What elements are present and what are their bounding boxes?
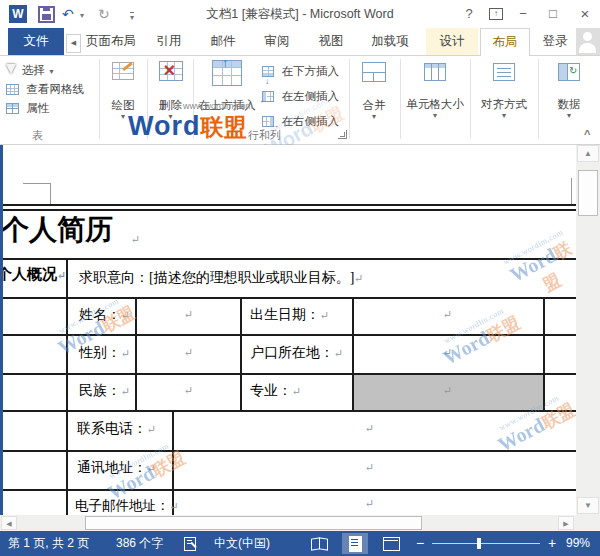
cell-size-icon bbox=[424, 63, 446, 81]
select-button[interactable]: 选择 ▾ bbox=[6, 60, 53, 78]
zoom-out-button[interactable]: − bbox=[416, 531, 424, 556]
word-logo-icon[interactable]: W bbox=[9, 5, 27, 23]
insert-below-icon: ↓ bbox=[262, 66, 274, 77]
merge-button[interactable]: 合并 ▾ bbox=[351, 58, 397, 130]
account-avatar[interactable] bbox=[576, 28, 600, 55]
minimize-icon[interactable]: − bbox=[512, 0, 534, 28]
tab-design-contextual[interactable]: 设计 bbox=[426, 28, 478, 55]
selected-cell-mark[interactable]: ↵ bbox=[443, 384, 452, 397]
alignment-button[interactable]: 对齐方式 ▾ bbox=[472, 58, 536, 130]
empty-cell-mark[interactable]: ↵ bbox=[184, 384, 193, 397]
residence-label-cell[interactable]: 户口所在地：↵ bbox=[250, 344, 343, 362]
zoom-slider-track[interactable] bbox=[432, 543, 540, 544]
paragraph-mark-icon: ↵ bbox=[131, 233, 140, 246]
web-layout-button[interactable] bbox=[378, 533, 404, 554]
paragraph-mark-icon: ↵ bbox=[292, 385, 301, 397]
empty-cell-mark[interactable]: ↵ bbox=[184, 308, 193, 321]
empty-cell-mark[interactable]: ↵ bbox=[443, 346, 452, 359]
tab-page-layout[interactable]: 页面布局 bbox=[82, 28, 140, 55]
group-separator bbox=[193, 59, 194, 139]
group-separator bbox=[470, 59, 471, 139]
data-label: 数据 bbox=[545, 97, 593, 112]
paragraph-mark-icon: ↵ bbox=[320, 309, 329, 321]
insert-left-button[interactable]: ← 在左侧插入 bbox=[262, 86, 339, 104]
undo-dropdown-icon[interactable]: ▾ bbox=[80, 12, 84, 20]
birthdate-label-cell[interactable]: 出生日期：↵ bbox=[250, 306, 329, 324]
read-mode-button[interactable] bbox=[306, 533, 332, 554]
horizontal-scrollbar-thumb[interactable] bbox=[85, 516, 422, 530]
scroll-left-button[interactable]: ◀ bbox=[1, 516, 17, 530]
table-border bbox=[543, 297, 545, 412]
scroll-up-button[interactable]: ▲ bbox=[577, 145, 599, 162]
properties-button[interactable]: 属性 bbox=[6, 98, 49, 116]
phone-label-cell[interactable]: 联系电话：↵ bbox=[77, 420, 156, 438]
empty-cell-mark[interactable]: ↵ bbox=[443, 308, 452, 321]
tab-review[interactable]: 审阅 bbox=[256, 28, 298, 55]
tab-addins[interactable]: 加载项 bbox=[362, 28, 418, 55]
insert-right-button[interactable]: → 在右侧插入 bbox=[262, 111, 339, 129]
cell-size-label: 单元格大小 bbox=[402, 97, 468, 112]
tab-sign-in[interactable]: 登录 bbox=[534, 28, 576, 55]
ribbon-display-options-icon[interactable]: ↑ bbox=[489, 8, 503, 20]
document-page[interactable]: 个人简历 ↵ 个人概况↵ 求职意向：[描述您的理想职业或职业目标。]↵ 姓名：↵… bbox=[3, 145, 576, 515]
draw-table-button[interactable]: 绘图 ▾ bbox=[101, 58, 145, 130]
save-icon[interactable] bbox=[38, 6, 55, 23]
page-number-status[interactable]: 第 1 页, 共 2 页 bbox=[8, 531, 89, 556]
help-icon[interactable]: ? bbox=[458, 0, 480, 28]
name-label-cell[interactable]: 姓名：↵ bbox=[79, 306, 130, 324]
close-icon[interactable]: × bbox=[574, 0, 596, 28]
zoom-percentage[interactable]: 99% bbox=[566, 531, 590, 556]
zoom-in-button[interactable]: + bbox=[548, 531, 556, 556]
empty-cell-mark[interactable]: ↵ bbox=[365, 461, 374, 474]
insert-above-button[interactable]: ↑ 在上方插入 bbox=[196, 58, 258, 130]
collapse-ribbon-icon[interactable]: ^ bbox=[584, 128, 590, 140]
ethnicity-label-cell[interactable]: 民族：↵ bbox=[79, 382, 130, 400]
print-layout-button[interactable] bbox=[342, 533, 368, 554]
data-button[interactable]: ↻ 数据 ▾ bbox=[545, 58, 593, 130]
data-dropdown-icon: ▾ bbox=[545, 112, 593, 120]
tab-mailings[interactable]: 邮件 bbox=[202, 28, 244, 55]
maximize-icon[interactable]: □ bbox=[542, 0, 564, 28]
language-status[interactable]: 中文(中国) bbox=[214, 531, 270, 556]
word-application-window: W ↶ ▾ ↻ ▾ 文档1 [兼容模式] - Microsoft Word ? … bbox=[0, 0, 600, 556]
crop-mark bbox=[23, 183, 51, 184]
rows-columns-dialog-launcher-icon[interactable] bbox=[338, 130, 347, 139]
scroll-right-button[interactable]: ▶ bbox=[558, 516, 574, 530]
redo-icon[interactable]: ↻ bbox=[98, 0, 110, 28]
draw-table-icon bbox=[112, 62, 134, 80]
paragraph-mark-icon: ↵ bbox=[147, 423, 156, 435]
zoom-slider-thumb[interactable] bbox=[477, 538, 481, 549]
major-label-cell[interactable]: 专业：↵ bbox=[250, 382, 301, 400]
tab-view[interactable]: 视图 bbox=[310, 28, 352, 55]
cell-size-button[interactable]: 单元格大小 ▾ bbox=[402, 58, 468, 130]
view-gridlines-button[interactable]: 查看网格线 bbox=[6, 79, 84, 97]
gender-label-cell[interactable]: 性别：↵ bbox=[79, 344, 130, 362]
email-label-cell[interactable]: 电子邮件地址：↵ bbox=[75, 497, 179, 515]
empty-cell-mark[interactable]: ↵ bbox=[365, 422, 374, 435]
spell-check-icon[interactable] bbox=[184, 537, 196, 551]
delete-label: 删除 bbox=[149, 98, 192, 113]
qat-customize-icon[interactable]: ▾ bbox=[130, 12, 134, 22]
group-separator bbox=[99, 59, 100, 139]
delete-button[interactable]: × 删除 ▾ bbox=[149, 58, 192, 130]
tab-file[interactable]: 文件 bbox=[8, 28, 64, 55]
refresh-icon: ↻ bbox=[569, 65, 577, 76]
vertical-scrollbar-thumb[interactable] bbox=[578, 170, 598, 216]
scroll-down-button[interactable]: ▼ bbox=[577, 497, 599, 514]
tab-scroll-left-button[interactable]: ◀ bbox=[66, 34, 81, 53]
insert-below-button[interactable]: ↓ 在下方插入 bbox=[262, 61, 339, 79]
ribbon-layout-tab-content: 选择 ▾ 查看网格线 属性 表 bbox=[0, 56, 600, 145]
word-count-status[interactable]: 386 个字 bbox=[116, 531, 163, 556]
table-border bbox=[240, 297, 242, 412]
table-side-header[interactable]: 个人概况↵ bbox=[3, 265, 66, 284]
insert-left-icon: ← bbox=[262, 91, 274, 102]
tab-layout-active[interactable]: 布局 bbox=[480, 28, 530, 56]
empty-cell-mark[interactable]: ↵ bbox=[184, 346, 193, 359]
pencil-icon bbox=[122, 62, 133, 71]
objective-cell[interactable]: 求职意向：[描述您的理想职业或职业目标。]↵ bbox=[79, 269, 364, 287]
document-heading[interactable]: 个人简历 bbox=[3, 211, 113, 249]
address-label-cell[interactable]: 通讯地址：↵ bbox=[77, 459, 156, 477]
empty-cell-mark[interactable]: ↵ bbox=[365, 497, 374, 510]
tab-references[interactable]: 引用 bbox=[148, 28, 190, 55]
undo-icon[interactable]: ↶ bbox=[62, 0, 74, 28]
